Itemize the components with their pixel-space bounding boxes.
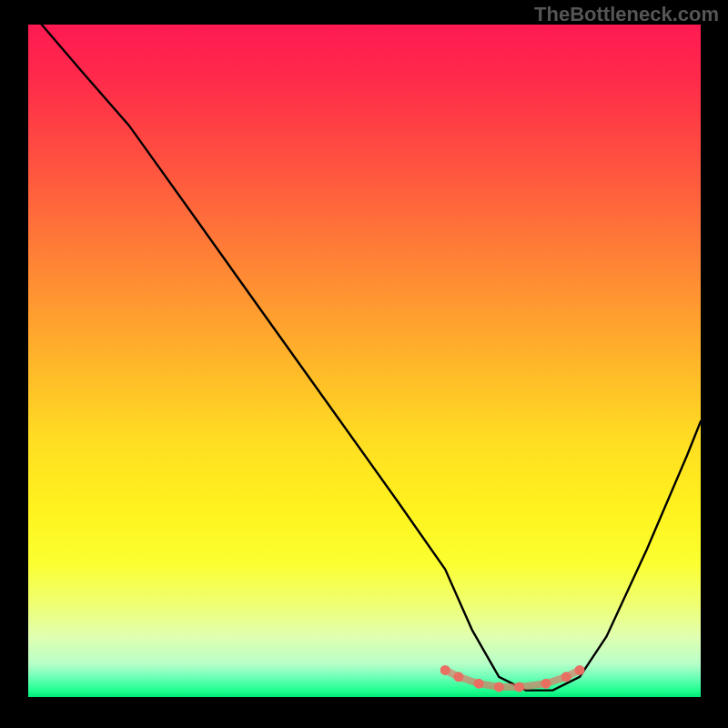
chart-svg xyxy=(28,25,701,697)
chart-plot-area xyxy=(28,25,701,697)
highlight-dot xyxy=(541,679,551,689)
highlight-dot xyxy=(440,665,450,675)
highlight-dot xyxy=(494,682,504,692)
chart-highlight-dots xyxy=(440,665,585,693)
highlight-dot xyxy=(575,665,585,675)
highlight-dot xyxy=(561,672,571,682)
highlight-segment xyxy=(445,670,580,687)
highlight-dot xyxy=(454,672,464,682)
highlight-dot xyxy=(474,679,484,689)
chart-curve-line xyxy=(42,25,701,691)
highlight-dot xyxy=(514,682,524,692)
watermark-text: TheBottleneck.com xyxy=(534,3,719,26)
